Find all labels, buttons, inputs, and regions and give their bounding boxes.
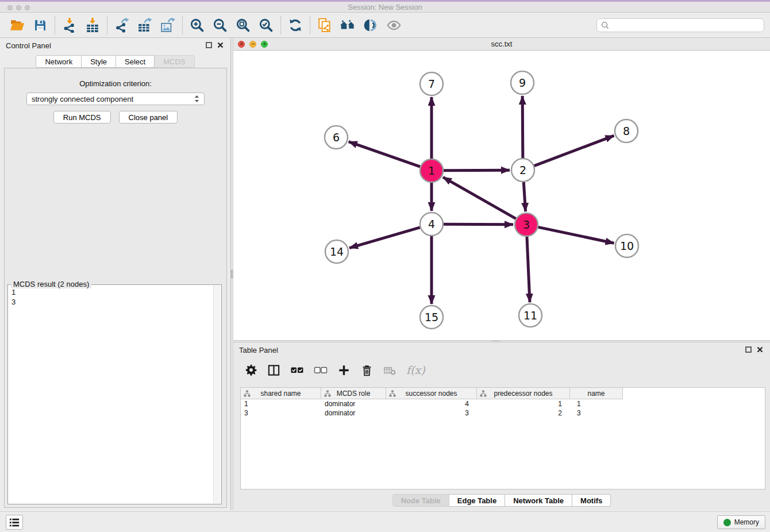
cell-successor-nodes[interactable]: 4 (386, 399, 477, 408)
graph-node-15[interactable]: 15 (420, 306, 443, 329)
zoom-out-button[interactable] (209, 14, 232, 36)
graph-node-3[interactable]: 3 (515, 213, 538, 236)
graph-edge-3-1[interactable] (443, 177, 516, 218)
tab-motifs[interactable]: Motifs (572, 494, 611, 507)
main-toolbar (0, 13, 770, 38)
tab-network-table[interactable]: Network Table (505, 494, 572, 507)
graph-edge-3-10[interactable] (538, 227, 614, 243)
cell-name[interactable]: 1 (570, 399, 623, 408)
delete-rows-button[interactable] (360, 364, 374, 377)
graph-node-14[interactable]: 14 (325, 240, 348, 263)
ndex-save-button[interactable] (359, 14, 382, 36)
apply-layout-button[interactable] (284, 14, 307, 36)
table-row[interactable]: 3 dominator 3 2 3 (241, 408, 765, 418)
task-history-button[interactable] (6, 515, 23, 530)
graph-node-9[interactable]: 9 (511, 71, 534, 94)
cyndex-browser-button[interactable] (336, 14, 359, 36)
graph-edge-2-3[interactable] (523, 182, 525, 211)
toolbar-separator (182, 16, 183, 34)
unchecked-boxes-icon (314, 363, 328, 377)
graph-node-label: 11 (523, 309, 537, 322)
close-panel-button[interactable]: Close panel (119, 111, 178, 124)
tab-style[interactable]: Style (82, 55, 116, 68)
network-window-titlebar[interactable]: scc.txt (233, 38, 770, 51)
tab-node-table[interactable]: Node Table (392, 494, 449, 507)
graph-node-11[interactable]: 11 (519, 304, 542, 327)
import-network-button[interactable] (58, 14, 81, 36)
graph-edge-2-9[interactable] (522, 96, 523, 158)
export-table-button[interactable] (133, 14, 156, 36)
graph-node-4[interactable]: 4 (420, 213, 443, 236)
result-scrollbar[interactable] (213, 286, 221, 503)
refresh-icon (288, 18, 303, 33)
search-input[interactable] (612, 21, 760, 30)
run-mcds-button[interactable]: Run MCDS (53, 111, 111, 124)
network-minimize-button[interactable] (249, 41, 256, 48)
zoom-fit-button[interactable] (232, 14, 255, 36)
optimization-criterion-dropdown[interactable]: strongly connected component (26, 92, 205, 105)
open-session-button[interactable] (6, 14, 29, 36)
network-graph[interactable]: 7968124314101511 (233, 51, 770, 340)
graph-node-label: 7 (428, 78, 435, 90)
graph-node-10[interactable]: 10 (615, 234, 638, 257)
memory-button[interactable]: Memory (717, 515, 765, 529)
cell-name[interactable]: 3 (570, 408, 623, 418)
close-panel-icon[interactable] (757, 346, 763, 353)
select-all-columns-button[interactable] (290, 363, 304, 377)
graph-node-7[interactable]: 7 (420, 72, 443, 95)
graph-edge-4-14[interactable] (349, 228, 420, 248)
graph-edge-1-6[interactable] (349, 142, 420, 167)
table-settings-button[interactable] (245, 364, 257, 376)
network-close-button[interactable] (238, 41, 245, 48)
tab-select[interactable]: Select (116, 55, 155, 68)
unselect-all-columns-button[interactable] (314, 363, 328, 377)
column-label: predecessor nodes (494, 390, 552, 398)
column-header-successor-nodes[interactable]: successor nodes (386, 388, 477, 399)
tab-mcds[interactable]: MCDS (155, 55, 194, 68)
add-row-button[interactable] (337, 364, 351, 377)
save-session-button[interactable] (29, 14, 52, 36)
toolbar-separator (107, 16, 107, 34)
column-header-name[interactable]: name (570, 388, 623, 399)
close-panel-icon[interactable] (217, 42, 224, 48)
cell-predecessor-nodes[interactable]: 2 (477, 408, 570, 418)
import-table-button[interactable] (81, 14, 104, 36)
clone-network-button[interactable] (313, 14, 336, 36)
graph-node-label: 9 (519, 76, 526, 89)
node-table[interactable]: shared name MCDS role successor nodes pr… (240, 387, 765, 489)
global-search-box[interactable] (596, 18, 764, 32)
cell-successor-nodes[interactable]: 3 (386, 408, 477, 418)
toggle-view-button[interactable] (382, 14, 405, 36)
toggle-panes-button[interactable] (267, 364, 280, 377)
graph-edge-1-2[interactable] (444, 170, 510, 171)
graph-edge-3-11[interactable] (527, 237, 530, 302)
zoom-selected-button[interactable] (255, 14, 278, 36)
zoom-in-button[interactable] (186, 14, 209, 36)
export-network-button[interactable] (110, 14, 133, 36)
cell-shared-name[interactable]: 3 (241, 408, 321, 418)
graph-node-1[interactable]: 1 (420, 159, 443, 182)
network-maximize-button[interactable] (261, 41, 268, 48)
cell-predecessor-nodes[interactable]: 1 (477, 399, 570, 408)
table-row[interactable]: 1 dominator 4 1 1 (241, 399, 765, 408)
graph-edge-4-3[interactable] (444, 224, 513, 225)
column-header-shared-name[interactable]: shared name (241, 388, 321, 399)
float-panel-icon[interactable] (745, 346, 752, 353)
tab-edge-table[interactable]: Edge Table (449, 494, 505, 507)
tree-icon (324, 390, 331, 397)
graph-edge-2-8[interactable] (534, 136, 614, 165)
float-panel-icon[interactable] (206, 42, 212, 48)
graph-node-8[interactable]: 8 (615, 119, 638, 142)
graph-node-6[interactable]: 6 (325, 126, 348, 149)
export-image-button[interactable] (156, 14, 179, 36)
column-header-mcds-role[interactable]: MCDS role (321, 388, 386, 399)
cell-shared-name[interactable]: 1 (241, 399, 321, 408)
cell-mcds-role[interactable]: dominator (321, 399, 386, 408)
graph-node-2[interactable]: 2 (511, 159, 534, 182)
graph-node-label: 1 (428, 164, 435, 177)
tab-network[interactable]: Network (36, 55, 82, 68)
cell-mcds-role[interactable]: dominator (321, 408, 386, 418)
network-canvas[interactable]: 7968124314101511 (233, 51, 770, 340)
column-header-predecessor-nodes[interactable]: predecessor nodes (477, 388, 570, 399)
mcds-result-list[interactable]: 13 (11, 287, 16, 307)
